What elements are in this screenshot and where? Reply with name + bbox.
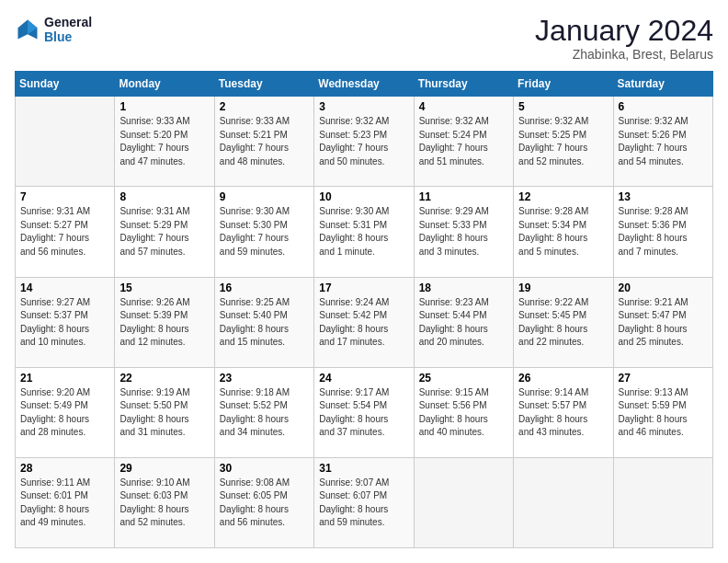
day-info: Sunrise: 9:33 AM Sunset: 5:21 PM Dayligh… (220, 115, 309, 168)
table-row: 18Sunrise: 9:23 AM Sunset: 5:44 PM Dayli… (414, 277, 513, 367)
day-info: Sunrise: 9:32 AM Sunset: 5:23 PM Dayligh… (319, 115, 408, 168)
day-number: 24 (319, 372, 408, 385)
table-row: 15Sunrise: 9:26 AM Sunset: 5:39 PM Dayli… (115, 277, 214, 367)
day-info: Sunrise: 9:25 AM Sunset: 5:40 PM Dayligh… (220, 296, 309, 350)
day-info: Sunrise: 9:08 AM Sunset: 6:05 PM Dayligh… (220, 477, 309, 530)
day-info: Sunrise: 9:32 AM Sunset: 5:24 PM Dayligh… (419, 115, 508, 168)
header-thursday: Thursday (414, 72, 513, 97)
day-number: 20 (619, 282, 708, 294)
table-row: 16Sunrise: 9:25 AM Sunset: 5:40 PM Dayli… (214, 277, 313, 367)
table-row: 13Sunrise: 9:28 AM Sunset: 5:36 PM Dayli… (613, 187, 712, 277)
calendar-week-row: 28Sunrise: 9:11 AM Sunset: 6:01 PM Dayli… (16, 457, 713, 547)
day-info: Sunrise: 9:20 AM Sunset: 5:49 PM Dayligh… (20, 386, 109, 440)
day-info: Sunrise: 9:11 AM Sunset: 6:01 PM Dayligh… (20, 477, 109, 530)
day-number: 16 (220, 282, 309, 294)
day-number: 19 (518, 282, 608, 294)
day-info: Sunrise: 9:32 AM Sunset: 5:25 PM Dayligh… (518, 115, 608, 168)
header: General Blue January 2024 Zhabinka, Bres… (15, 15, 713, 62)
day-info: Sunrise: 9:28 AM Sunset: 5:36 PM Dayligh… (619, 205, 708, 259)
calendar-table: Sunday Monday Tuesday Wednesday Thursday… (15, 71, 713, 548)
calendar-header-row: Sunday Monday Tuesday Wednesday Thursday… (16, 72, 713, 97)
day-info: Sunrise: 9:19 AM Sunset: 5:50 PM Dayligh… (119, 386, 209, 440)
day-info: Sunrise: 9:29 AM Sunset: 5:33 PM Dayligh… (419, 205, 508, 259)
day-info: Sunrise: 9:13 AM Sunset: 5:59 PM Dayligh… (619, 386, 708, 440)
day-number: 3 (319, 100, 408, 113)
table-row: 7Sunrise: 9:31 AM Sunset: 5:27 PM Daylig… (16, 187, 115, 277)
subtitle: Zhabinka, Brest, Belarus (535, 47, 713, 62)
table-row: 24Sunrise: 9:17 AM Sunset: 5:54 PM Dayli… (314, 367, 414, 457)
day-number: 4 (419, 100, 508, 113)
header-saturday: Saturday (613, 72, 712, 97)
table-row: 1Sunrise: 9:33 AM Sunset: 5:20 PM Daylig… (115, 97, 214, 187)
table-row: 21Sunrise: 9:20 AM Sunset: 5:49 PM Dayli… (16, 367, 115, 457)
day-number: 18 (419, 282, 508, 294)
day-number: 10 (319, 190, 408, 203)
calendar-week-row: 1Sunrise: 9:33 AM Sunset: 5:20 PM Daylig… (16, 97, 713, 187)
day-number: 21 (20, 372, 109, 385)
day-info: Sunrise: 9:30 AM Sunset: 5:30 PM Dayligh… (220, 205, 309, 259)
day-info: Sunrise: 9:17 AM Sunset: 5:54 PM Dayligh… (319, 386, 408, 440)
day-number: 28 (20, 462, 109, 475)
calendar-week-row: 21Sunrise: 9:20 AM Sunset: 5:49 PM Dayli… (16, 367, 713, 457)
logo: General Blue (15, 15, 92, 44)
day-number: 15 (119, 282, 209, 294)
table-row: 30Sunrise: 9:08 AM Sunset: 6:05 PM Dayli… (214, 457, 313, 547)
table-row (16, 97, 115, 187)
day-info: Sunrise: 9:14 AM Sunset: 5:57 PM Dayligh… (518, 386, 608, 440)
day-number: 29 (119, 462, 209, 475)
table-row: 31Sunrise: 9:07 AM Sunset: 6:07 PM Dayli… (314, 457, 414, 547)
title-block: January 2024 Zhabinka, Brest, Belarus (535, 15, 713, 62)
day-info: Sunrise: 9:26 AM Sunset: 5:39 PM Dayligh… (119, 296, 209, 350)
day-number: 2 (220, 100, 309, 113)
table-row: 10Sunrise: 9:30 AM Sunset: 5:31 PM Dayli… (314, 187, 414, 277)
header-sunday: Sunday (16, 72, 115, 97)
table-row: 2Sunrise: 9:33 AM Sunset: 5:21 PM Daylig… (214, 97, 313, 187)
day-number: 9 (220, 190, 309, 203)
table-row (414, 457, 513, 547)
day-number: 12 (518, 190, 608, 203)
table-row: 14Sunrise: 9:27 AM Sunset: 5:37 PM Dayli… (16, 277, 115, 367)
day-number: 17 (319, 282, 408, 294)
day-info: Sunrise: 9:31 AM Sunset: 5:29 PM Dayligh… (119, 205, 209, 259)
day-info: Sunrise: 9:28 AM Sunset: 5:34 PM Dayligh… (518, 205, 608, 259)
day-info: Sunrise: 9:10 AM Sunset: 6:03 PM Dayligh… (119, 477, 209, 530)
day-info: Sunrise: 9:21 AM Sunset: 5:47 PM Dayligh… (619, 296, 708, 350)
header-tuesday: Tuesday (214, 72, 313, 97)
table-row: 9Sunrise: 9:30 AM Sunset: 5:30 PM Daylig… (214, 187, 313, 277)
calendar-week-row: 14Sunrise: 9:27 AM Sunset: 5:37 PM Dayli… (16, 277, 713, 367)
table-row: 12Sunrise: 9:28 AM Sunset: 5:34 PM Dayli… (514, 187, 613, 277)
table-row: 22Sunrise: 9:19 AM Sunset: 5:50 PM Dayli… (115, 367, 214, 457)
day-number: 26 (518, 372, 608, 385)
table-row: 28Sunrise: 9:11 AM Sunset: 6:01 PM Dayli… (16, 457, 115, 547)
day-info: Sunrise: 9:23 AM Sunset: 5:44 PM Dayligh… (419, 296, 508, 350)
day-number: 13 (619, 190, 708, 203)
table-row: 4Sunrise: 9:32 AM Sunset: 5:24 PM Daylig… (414, 97, 513, 187)
table-row: 25Sunrise: 9:15 AM Sunset: 5:56 PM Dayli… (414, 367, 513, 457)
table-row: 20Sunrise: 9:21 AM Sunset: 5:47 PM Dayli… (613, 277, 712, 367)
day-info: Sunrise: 9:15 AM Sunset: 5:56 PM Dayligh… (419, 386, 508, 440)
day-number: 5 (518, 100, 608, 113)
day-info: Sunrise: 9:33 AM Sunset: 5:20 PM Dayligh… (119, 115, 209, 168)
day-info: Sunrise: 9:07 AM Sunset: 6:07 PM Dayligh… (319, 477, 408, 530)
day-number: 25 (419, 372, 508, 385)
table-row: 19Sunrise: 9:22 AM Sunset: 5:45 PM Dayli… (514, 277, 613, 367)
day-info: Sunrise: 9:18 AM Sunset: 5:52 PM Dayligh… (220, 386, 309, 440)
table-row: 26Sunrise: 9:14 AM Sunset: 5:57 PM Dayli… (514, 367, 613, 457)
day-number: 23 (220, 372, 309, 385)
main-title: January 2024 (535, 15, 713, 47)
table-row (613, 457, 712, 547)
table-row: 5Sunrise: 9:32 AM Sunset: 5:25 PM Daylig… (514, 97, 613, 187)
day-info: Sunrise: 9:31 AM Sunset: 5:27 PM Dayligh… (20, 205, 109, 259)
table-row: 8Sunrise: 9:31 AM Sunset: 5:29 PM Daylig… (115, 187, 214, 277)
table-row: 27Sunrise: 9:13 AM Sunset: 5:59 PM Dayli… (613, 367, 712, 457)
logo-icon (15, 17, 40, 42)
page: General Blue January 2024 Zhabinka, Bres… (0, 0, 728, 563)
day-info: Sunrise: 9:32 AM Sunset: 5:26 PM Dayligh… (619, 115, 708, 168)
table-row (514, 457, 613, 547)
day-number: 6 (619, 100, 708, 113)
table-row: 3Sunrise: 9:32 AM Sunset: 5:23 PM Daylig… (314, 97, 414, 187)
day-number: 1 (119, 100, 209, 113)
day-number: 11 (419, 190, 508, 203)
table-row: 23Sunrise: 9:18 AM Sunset: 5:52 PM Dayli… (214, 367, 313, 457)
table-row: 11Sunrise: 9:29 AM Sunset: 5:33 PM Dayli… (414, 187, 513, 277)
